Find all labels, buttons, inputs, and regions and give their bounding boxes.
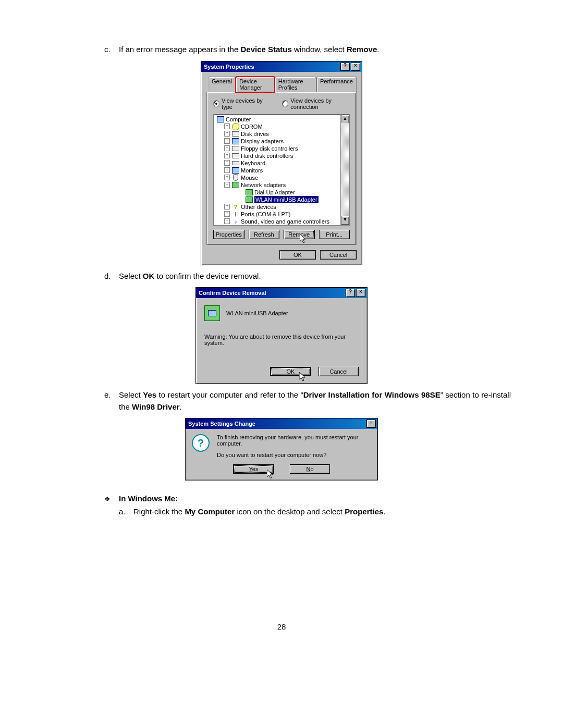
step-d-letter: d. xyxy=(104,270,119,282)
radio-dot-icon xyxy=(213,100,219,107)
selected-device[interactable]: WLAN miniUSB Adapter xyxy=(254,196,319,203)
step-a-letter: a. xyxy=(119,506,133,518)
display-icon xyxy=(232,138,239,144)
computer-icon xyxy=(217,116,224,122)
radio-view-by-type[interactable]: View devices by type xyxy=(213,97,266,110)
network-icon xyxy=(246,189,253,195)
step-a: a. Right-click the My Computer icon on t… xyxy=(52,506,511,518)
scrollbar[interactable]: ▲ ▼ xyxy=(340,115,349,225)
settings-line1: To finish removing your hardware, you mu… xyxy=(217,434,371,447)
no-button[interactable]: No xyxy=(290,464,330,474)
step-c-text: If an error message appears in the Devic… xyxy=(119,44,511,56)
tab-device-manager[interactable]: Device Manager xyxy=(236,77,275,92)
titlebar[interactable]: System Properties ? × xyxy=(201,61,362,72)
titlebar[interactable]: System Settings Change × xyxy=(186,418,377,429)
mouse-icon xyxy=(232,175,239,181)
expand-icon[interactable]: + xyxy=(224,204,230,209)
network-icon xyxy=(246,196,253,203)
device-tree[interactable]: Computer +CDROM +Disk drives +Display ad… xyxy=(213,114,350,226)
system-properties-dialog: System Properties ? × General Device Man… xyxy=(201,61,362,265)
windows-me-heading: In Windows Me: xyxy=(119,494,178,503)
step-d: d. Select OK to confirm the device remov… xyxy=(52,270,511,282)
help-icon[interactable]: ? xyxy=(346,289,355,297)
scroll-down-icon[interactable]: ▼ xyxy=(341,216,349,225)
expand-icon[interactable]: + xyxy=(224,145,230,151)
print-button[interactable]: Print... xyxy=(319,230,350,239)
network-icon xyxy=(232,182,239,188)
device-name: WLAN miniUSB Adapter xyxy=(226,310,288,316)
step-a-text: Right-click the My Computer icon on the … xyxy=(133,506,511,518)
expand-icon[interactable]: + xyxy=(224,167,230,173)
dialog-title: System Properties xyxy=(203,64,339,70)
expand-icon[interactable]: + xyxy=(224,131,230,137)
step-c: c. If an error message appears in the De… xyxy=(52,44,511,56)
diamond-icon: ❖ xyxy=(104,495,119,503)
hdd-icon xyxy=(232,153,239,159)
scroll-track[interactable] xyxy=(341,123,349,217)
titlebar[interactable]: Confirm Device Removal ? × xyxy=(196,288,367,298)
expand-icon[interactable]: + xyxy=(224,175,230,180)
step-e: e. Select Yes to restart your computer a… xyxy=(52,389,511,413)
settings-change-dialog: System Settings Change × ? To finish rem… xyxy=(185,418,378,480)
confirm-dialog: Confirm Device Removal ? × WLAN miniUSB … xyxy=(195,287,368,384)
expand-icon[interactable]: + xyxy=(224,160,230,166)
refresh-button[interactable]: Refresh xyxy=(249,230,280,239)
other-devices-icon: ? xyxy=(232,204,239,210)
expand-icon[interactable]: + xyxy=(224,211,230,217)
remove-button[interactable]: Remove xyxy=(284,230,315,239)
tab-general[interactable]: General xyxy=(208,77,236,92)
ports-icon: ⁞ xyxy=(232,211,239,217)
sound-icon: ♪ xyxy=(232,218,239,225)
radio-view-by-connection[interactable]: View devices by connection xyxy=(282,97,350,110)
help-icon[interactable]: ? xyxy=(340,63,350,71)
expand-icon[interactable]: + xyxy=(224,153,230,158)
properties-button[interactable]: Properties xyxy=(213,230,244,239)
step-e-text: Select Yes to restart your computer and … xyxy=(119,389,511,413)
section-windows-me: ❖ In Windows Me: xyxy=(52,494,511,503)
expand-icon[interactable]: + xyxy=(224,124,230,129)
cancel-button[interactable]: Cancel xyxy=(320,250,357,260)
ok-button[interactable]: OK xyxy=(279,250,316,260)
cancel-button[interactable]: Cancel xyxy=(319,367,359,376)
step-e-letter: e. xyxy=(104,389,119,413)
dialog-title: System Settings Change xyxy=(187,421,365,427)
close-icon[interactable]: × xyxy=(351,63,360,71)
settings-line2: Do you want to restart your computer now… xyxy=(217,452,371,458)
floppy-icon xyxy=(232,145,239,152)
device-icon xyxy=(204,305,220,321)
step-c-letter: c. xyxy=(104,44,119,56)
monitor-icon xyxy=(232,167,239,174)
cdrom-icon xyxy=(232,124,239,130)
expand-icon[interactable]: + xyxy=(224,138,230,144)
step-d-text: Select OK to confirm the device removal. xyxy=(119,270,511,282)
yes-button[interactable]: Yes xyxy=(233,464,274,474)
disk-icon xyxy=(232,131,239,137)
question-icon: ? xyxy=(192,434,210,452)
tab-panel: View devices by type View devices by con… xyxy=(206,92,357,245)
page-number: 28 xyxy=(52,622,511,631)
close-icon[interactable]: × xyxy=(366,419,376,428)
expand-icon[interactable]: + xyxy=(224,218,230,224)
ok-button[interactable]: OK xyxy=(270,367,311,376)
tab-hardware-profiles[interactable]: Hardware Profiles xyxy=(275,77,316,92)
warning-text: Warning: You are about to remove this de… xyxy=(204,334,359,346)
close-icon[interactable]: × xyxy=(356,289,365,297)
dialog-title: Confirm Device Removal xyxy=(198,290,345,296)
collapse-icon[interactable]: − xyxy=(224,182,230,188)
radio-dot-icon xyxy=(282,100,288,107)
keyboard-icon xyxy=(232,160,239,166)
tab-performance[interactable]: Performance xyxy=(316,77,357,92)
